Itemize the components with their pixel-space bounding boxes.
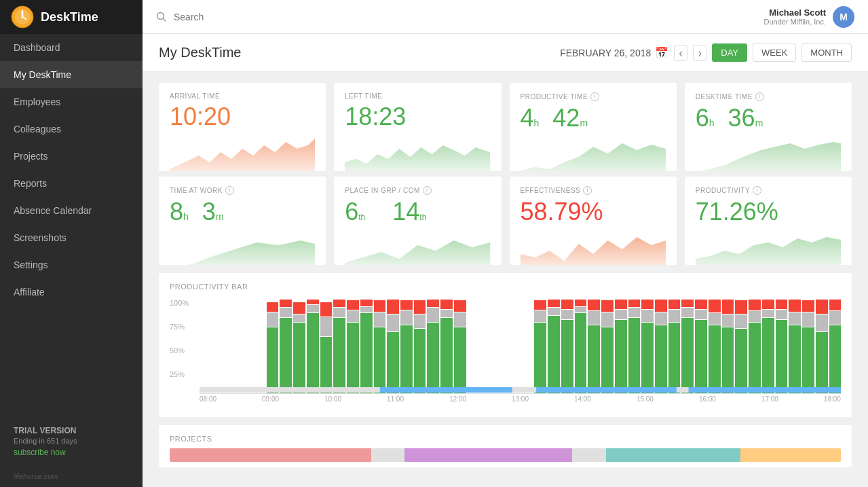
- svg-rect-9: [536, 387, 677, 393]
- bar-group: [440, 299, 453, 393]
- date-navigation: FEBRUARY 26, 2018 📅 ‹ › DAY WEEK MONTH: [560, 43, 852, 62]
- bar-group: [668, 299, 681, 393]
- bar-group: [735, 299, 747, 393]
- sidebar-item-affiliate[interactable]: Affiliate: [0, 278, 143, 306]
- bar-group: [480, 299, 493, 393]
- bar-chart-area: [200, 299, 841, 394]
- effectiveness-info-icon[interactable]: i: [583, 186, 592, 195]
- bar-group: [816, 299, 828, 393]
- bar-group: [749, 299, 761, 393]
- left-time-value: 18:23: [345, 103, 490, 131]
- svg-point-4: [22, 16, 24, 18]
- user-info: Michael Scott Dunder Mifflin, Inc.: [763, 7, 826, 26]
- bar-group: [347, 299, 359, 393]
- projects-section: PROJECTS: [159, 425, 852, 467]
- bar-group: [240, 299, 252, 393]
- project-segment-2: [371, 448, 404, 462]
- bar-group: [333, 299, 345, 393]
- sidebar: DeskTime Dashboard My DeskTime Employees…: [0, 0, 143, 487]
- bar-group: [789, 299, 801, 393]
- productive-time-chart: [521, 137, 666, 171]
- productivity-bar-title: PRODUCTIVITY BAR: [170, 283, 841, 291]
- search-input[interactable]: [174, 12, 309, 22]
- bar-group: [253, 299, 265, 393]
- sidebar-item-my-desktime[interactable]: My DeskTime: [0, 61, 143, 88]
- desktime-time-info-icon[interactable]: i: [755, 92, 764, 101]
- project-segment-6: [740, 448, 841, 462]
- time-at-work-label: TIME AT WORK i: [170, 186, 315, 195]
- time-at-work-info-icon[interactable]: i: [225, 186, 234, 195]
- bar-group: [521, 299, 533, 393]
- project-segment-4: [572, 448, 605, 462]
- time-at-work-card: TIME AT WORK i 8h 3m: [159, 177, 326, 265]
- bar-group: [655, 299, 667, 393]
- bar-group: [213, 299, 225, 393]
- place-in-group-info-icon[interactable]: i: [423, 186, 432, 195]
- sidebar-item-label: Screenshots: [14, 232, 67, 243]
- month-period-button[interactable]: MONTH: [801, 43, 852, 62]
- day-period-button[interactable]: DAY: [712, 43, 747, 62]
- trial-section: TRIAL VERSION Ending in 651 days subscri…: [0, 415, 143, 468]
- bar-group: [360, 299, 373, 393]
- place-in-group-card: PLACE IN GRP / COM i 6th 14th: [334, 177, 501, 265]
- sidebar-item-label: Colleagues: [14, 124, 61, 134]
- project-segment-3: [404, 448, 572, 462]
- y-label-100: 100%: [170, 299, 197, 307]
- prev-period-button[interactable]: ‹: [674, 45, 687, 61]
- sidebar-item-settings[interactable]: Settings: [0, 251, 143, 278]
- productive-time-info-icon[interactable]: i: [590, 92, 599, 101]
- sidebar-item-projects[interactable]: Projects: [0, 143, 143, 170]
- stats-row-2: TIME AT WORK i 8h 3m PLACE IN GRP / COM …: [143, 177, 868, 273]
- sidebar-item-employees[interactable]: Employees: [0, 88, 143, 115]
- svg-rect-10: [689, 387, 841, 393]
- bar-group: [615, 299, 627, 393]
- place-in-group-chart: [345, 230, 490, 265]
- bar-group: [280, 299, 292, 393]
- time-at-work-value: 8h 3m: [170, 198, 315, 226]
- sidebar-item-dashboard[interactable]: Dashboard: [0, 34, 143, 61]
- productive-time-card: PRODUCTIVE TIME i 4h 42m: [510, 83, 677, 171]
- y-label-75: 75%: [170, 323, 197, 331]
- bar-group: [320, 299, 333, 393]
- bar-group: [829, 299, 842, 393]
- productivity-info-icon[interactable]: i: [753, 186, 761, 195]
- sidebar-item-reports[interactable]: Reports: [0, 170, 143, 197]
- effectiveness-card: EFFECTIVENESS i 58.79%: [510, 177, 677, 265]
- subscribe-link[interactable]: subscribe now: [14, 448, 129, 457]
- sidebar-item-label: Employees: [14, 96, 60, 107]
- y-label-25: 25%: [170, 370, 197, 378]
- bar-group: [641, 299, 654, 393]
- sidebar-item-label: Reports: [14, 178, 47, 189]
- sidebar-item-label: Absence Calendar: [14, 205, 92, 216]
- productivity-bar-chart: 100% 75% 50% 25% 08:00 09:00 10:00 11:00…: [170, 299, 841, 408]
- sidebar-item-absence[interactable]: Absence Calendar: [0, 197, 143, 224]
- bar-group: [802, 299, 814, 393]
- desktime-logo-icon: [11, 5, 34, 29]
- bar-group: [588, 299, 600, 393]
- time-at-work-chart: [170, 230, 315, 265]
- effectiveness-label: EFFECTIVENESS i: [521, 186, 666, 195]
- calendar-icon[interactable]: 📅: [655, 46, 668, 59]
- bar-group: [681, 299, 694, 393]
- y-label-50: 50%: [170, 346, 197, 355]
- project-segment-5: [606, 448, 740, 462]
- search-icon: [156, 12, 167, 22]
- sidebar-item-label: Dashboard: [14, 42, 60, 53]
- productivity-chart: [696, 230, 841, 265]
- bar-group: [709, 299, 721, 393]
- effectiveness-value: 58.79%: [521, 198, 666, 226]
- next-period-button[interactable]: ›: [693, 45, 706, 61]
- trial-days: Ending in 651 days: [14, 437, 129, 445]
- topbar-user: Michael Scott Dunder Mifflin, Inc. M: [763, 6, 854, 28]
- bar-group: [307, 299, 319, 393]
- arrival-time-value: 10:20: [170, 103, 315, 131]
- sidebar-item-label: Projects: [14, 151, 48, 162]
- sidebar-item-colleagues[interactable]: Colleagues: [0, 115, 143, 143]
- desktime-time-chart: [696, 137, 841, 171]
- bar-group: [548, 299, 560, 393]
- week-period-button[interactable]: WEEK: [753, 43, 796, 62]
- sidebar-item-screenshots[interactable]: Screenshots: [0, 224, 143, 251]
- topbar: Michael Scott Dunder Mifflin, Inc. M: [143, 0, 868, 34]
- bar-group: [374, 299, 386, 393]
- bar-group: [427, 299, 439, 393]
